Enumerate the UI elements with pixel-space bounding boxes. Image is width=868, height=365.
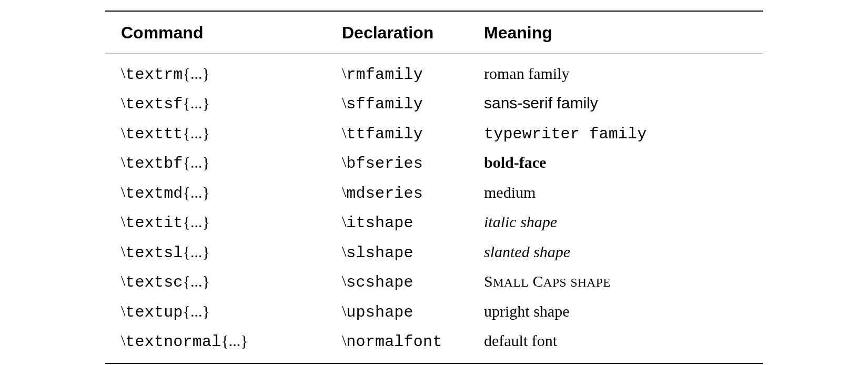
command-cell: \textmd{...} xyxy=(121,180,342,206)
meaning-text: italic shape xyxy=(484,213,557,230)
meaning-text: sans-serif family xyxy=(484,94,598,111)
command-name: textsl xyxy=(125,244,183,262)
meaning-cell: default font xyxy=(484,329,763,353)
meaning-text: bold-face xyxy=(484,154,546,171)
command-cell: \textit{...} xyxy=(121,210,342,236)
meaning-cell: sans-serif family xyxy=(484,91,763,116)
meaning-text: typewriter family xyxy=(484,125,647,143)
declaration-name: upshape xyxy=(346,303,413,321)
table-row: \textsf{...}\sffamilysans-serif family xyxy=(105,89,763,119)
command-cell: \textrm{...} xyxy=(121,62,342,87)
backslash-icon: \ xyxy=(121,299,125,323)
command-arg-braces: {...} xyxy=(183,184,210,201)
backslash-icon: \ xyxy=(121,150,125,175)
declaration-name: bfseries xyxy=(346,155,423,173)
backslash-icon: \ xyxy=(342,61,346,86)
meaning-cell: medium xyxy=(484,180,763,205)
declaration-cell: \bfseries xyxy=(342,150,484,176)
declaration-name: scshape xyxy=(346,273,413,291)
declaration-cell: \upshape xyxy=(342,299,484,325)
backslash-icon: \ xyxy=(121,269,125,293)
meaning-cell: Small Caps shape xyxy=(484,269,763,294)
table-row: \textsc{...}\scshapeSmall Caps shape xyxy=(105,267,763,297)
meaning-cell: upright shape xyxy=(484,299,763,324)
command-name: textrm xyxy=(125,66,183,84)
table-row: \textbf{...}\bfseriesbold-face xyxy=(105,148,763,178)
command-name: textnormal xyxy=(125,333,221,351)
backslash-icon: \ xyxy=(121,239,125,264)
header-row: Command Declaration Meaning xyxy=(105,12,763,54)
command-cell: \textup{...} xyxy=(121,299,342,325)
backslash-icon: \ xyxy=(342,239,346,264)
command-arg-braces: {...} xyxy=(183,243,210,260)
command-arg-braces: {...} xyxy=(221,332,248,349)
table-row: \textnormal{...}\normalfontdefault font xyxy=(105,327,763,357)
backslash-icon: \ xyxy=(342,120,346,145)
backslash-icon: \ xyxy=(342,180,346,205)
table-header: Command Declaration Meaning xyxy=(105,12,763,54)
declaration-cell: \sffamily xyxy=(342,91,484,117)
meaning-cell: italic shape xyxy=(484,210,763,235)
declaration-name: slshape xyxy=(346,244,413,262)
command-cell: \texttt{...} xyxy=(121,121,342,147)
command-name: texttt xyxy=(125,125,183,143)
command-name: textbf xyxy=(125,155,183,173)
table-row: \texttt{...}\ttfamilytypewriter family xyxy=(105,119,763,149)
declaration-name: sffamily xyxy=(346,95,423,113)
table-row: \textit{...}\itshapeitalic shape xyxy=(105,208,763,238)
command-name: textmd xyxy=(125,185,183,202)
backslash-icon: \ xyxy=(121,120,125,145)
backslash-icon: \ xyxy=(342,150,346,175)
backslash-icon: \ xyxy=(342,299,346,323)
command-arg-braces: {...} xyxy=(183,154,210,171)
command-arg-braces: {...} xyxy=(183,94,210,111)
backslash-icon: \ xyxy=(342,90,346,115)
table-body: \textrm{...}\rmfamilyroman family\textsf… xyxy=(105,54,763,363)
meaning-cell: roman family xyxy=(484,62,763,86)
declaration-name: ttfamily xyxy=(346,125,423,143)
command-name: textup xyxy=(125,303,183,321)
backslash-icon: \ xyxy=(121,328,125,353)
meaning-cell: slanted shape xyxy=(484,240,763,265)
declaration-cell: \scshape xyxy=(342,269,484,295)
declaration-cell: \normalfont xyxy=(342,329,484,354)
backslash-icon: \ xyxy=(121,180,125,205)
command-arg-braces: {...} xyxy=(183,213,210,230)
command-arg-braces: {...} xyxy=(183,302,210,320)
meaning-cell: typewriter family xyxy=(484,121,763,147)
meaning-cell: bold-face xyxy=(484,150,763,175)
meaning-text: Small Caps shape xyxy=(484,272,611,290)
header-declaration: Declaration xyxy=(342,20,484,46)
command-arg-braces: {...} xyxy=(183,272,210,290)
command-cell: \textsl{...} xyxy=(121,240,342,266)
meaning-text: slanted shape xyxy=(484,243,570,260)
declaration-cell: \itshape xyxy=(342,210,484,236)
table-row: \textmd{...}\mdseriesmedium xyxy=(105,178,763,208)
meaning-text: default font xyxy=(484,332,557,349)
backslash-icon: \ xyxy=(121,90,125,115)
table-row: \textsl{...}\slshapeslanted shape xyxy=(105,238,763,268)
table-row: \textup{...}\upshapeupright shape xyxy=(105,297,763,327)
header-command: Command xyxy=(121,20,342,46)
meaning-text: upright shape xyxy=(484,302,569,320)
meaning-text: roman family xyxy=(484,65,569,82)
command-name: textit xyxy=(125,214,183,232)
command-name: textsc xyxy=(125,273,183,291)
command-cell: \textbf{...} xyxy=(121,150,342,176)
header-meaning: Meaning xyxy=(484,20,763,46)
declaration-name: rmfamily xyxy=(346,66,423,84)
command-name: textsf xyxy=(125,95,183,113)
command-arg-braces: {...} xyxy=(183,124,210,141)
declaration-name: mdseries xyxy=(346,185,423,202)
command-cell: \textnormal{...} xyxy=(121,329,342,354)
table-row: \textrm{...}\rmfamilyroman family xyxy=(105,59,763,89)
font-commands-table: Command Declaration Meaning \textrm{...}… xyxy=(0,0,868,364)
declaration-cell: \rmfamily xyxy=(342,62,484,87)
meaning-text: medium xyxy=(484,184,536,201)
backslash-icon: \ xyxy=(342,328,346,353)
declaration-name: itshape xyxy=(346,214,413,232)
bottom-rule xyxy=(105,363,763,364)
declaration-cell: \slshape xyxy=(342,240,484,266)
declaration-name: normalfont xyxy=(346,333,442,351)
declaration-cell: \ttfamily xyxy=(342,121,484,147)
